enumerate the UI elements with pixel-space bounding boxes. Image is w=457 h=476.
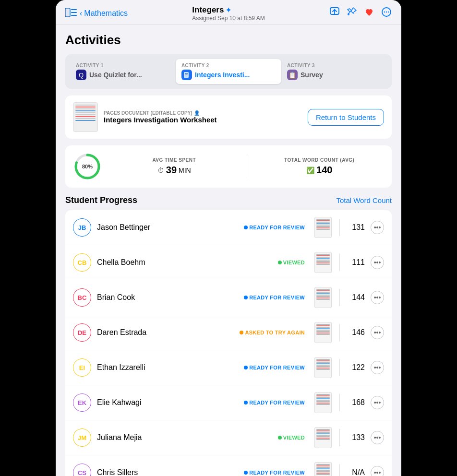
status-text: READY FOR REVIEW — [249, 225, 305, 230]
doc-preview — [314, 357, 332, 378]
more-icon[interactable] — [381, 7, 392, 20]
status-text: VIEWED — [283, 435, 305, 440]
student-list: JB Jason Bettinger READY FOR REVIEW 131 … — [65, 210, 392, 476]
stats-divider — [247, 155, 247, 178]
status-dot — [244, 401, 248, 405]
student-name: Jason Bettinger — [97, 223, 238, 232]
progress-circle: 80% — [73, 152, 102, 181]
status-dot — [278, 261, 282, 264]
avatar: DE — [73, 323, 91, 342]
activity-name-2: Integers Investi... — [195, 71, 250, 79]
svg-rect-1 — [71, 9, 77, 10]
status-badge: READY FOR REVIEW — [244, 225, 305, 230]
doc-preview — [314, 217, 332, 238]
status-badge: VIEWED — [278, 260, 305, 265]
word-count-value: 140 — [316, 165, 332, 176]
svg-point-7 — [384, 12, 385, 12]
header-center: Integers ✦ Assigned Sep 10 at 8:59 AM — [192, 5, 265, 22]
avatar: CB — [73, 253, 91, 272]
status-dot — [244, 296, 248, 299]
student-name: Chris Sillers — [97, 468, 238, 476]
activity-tab-3[interactable]: ACTIVITY 3 📋 Survey — [281, 59, 387, 84]
status-dot — [278, 436, 282, 440]
word-count: 168 — [348, 398, 365, 407]
row-divider — [339, 359, 340, 376]
svg-point-8 — [386, 12, 387, 12]
more-options-button[interactable]: ••• — [371, 256, 384, 269]
header-title: Integers ✦ — [192, 5, 265, 15]
more-options-button[interactable]: ••• — [371, 326, 384, 339]
student-row: CB Chella Boehm VIEWED 111 ••• — [65, 245, 392, 280]
row-divider — [339, 324, 340, 341]
clock-icon: ⏱ — [157, 167, 164, 174]
word-count: N/A — [348, 468, 365, 476]
student-name: Brian Cook — [97, 293, 238, 302]
activity-tab-2[interactable]: ACTIVITY 2 Integers Investi... — [176, 59, 281, 84]
avatar: JM — [73, 428, 91, 447]
pages-icon — [181, 70, 192, 80]
sidebar-toggle-icon[interactable] — [65, 8, 77, 18]
status-text: READY FOR REVIEW — [249, 470, 305, 476]
activities-container: ACTIVITY 1 Q Use Quizlet for... ACTIVITY… — [65, 54, 392, 89]
svg-rect-11 — [185, 73, 188, 74]
student-row: EK Elie Kahwagi READY FOR REVIEW 168 ••• — [65, 385, 392, 420]
svg-rect-13 — [185, 76, 187, 76]
status-text: READY FOR REVIEW — [249, 365, 305, 370]
total-word-count-link[interactable]: Total Word Count — [336, 196, 392, 204]
avg-time-stat: AVG TIME SPENT ⏱ 39 MIN — [109, 157, 239, 176]
return-to-students-button[interactable]: Return to Students — [308, 109, 384, 126]
back-label: Mathematics — [84, 9, 128, 18]
person-icon: 👤 — [194, 110, 200, 116]
student-name: Ethan Izzarelli — [97, 363, 238, 372]
more-options-button[interactable]: ••• — [371, 221, 384, 234]
progress-label: 80% — [82, 164, 93, 169]
stats-section: 80% AVG TIME SPENT ⏱ 39 MIN TOTAL WORD C… — [65, 145, 392, 188]
header-actions — [329, 7, 392, 20]
back-chevron-icon: ‹ — [80, 9, 82, 18]
document-type: PAGES DOCUMENT (EDITABLE COPY) 👤 — [104, 110, 217, 116]
title-sparkle-icon: ✦ — [226, 6, 231, 14]
more-options-button[interactable]: ••• — [371, 466, 384, 476]
status-text: READY FOR REVIEW — [249, 400, 305, 405]
status-dot — [244, 226, 248, 229]
pin-icon[interactable] — [347, 7, 357, 20]
quizlet-icon: Q — [76, 70, 86, 80]
share-icon[interactable] — [329, 7, 340, 20]
status-badge: VIEWED — [278, 435, 305, 440]
status-text: VIEWED — [283, 260, 305, 265]
avatar: JB — [73, 218, 91, 237]
header-left: ‹ Mathematics — [65, 8, 128, 18]
avatar: EK — [73, 393, 91, 412]
doc-preview — [314, 462, 332, 476]
student-row: DE Daren Estrada ASKED TO TRY AGAIN 146 … — [65, 315, 392, 350]
more-options-button[interactable]: ••• — [371, 396, 384, 409]
more-options-button[interactable]: ••• — [371, 431, 384, 444]
avg-time-label: AVG TIME SPENT — [109, 157, 239, 163]
header-subtitle: Assigned Sep 10 at 8:59 AM — [192, 15, 265, 22]
avatar: EI — [73, 358, 91, 377]
activity-tab-1[interactable]: ACTIVITY 1 Q Use Quizlet for... — [70, 59, 176, 84]
activity-label-1: ACTIVITY 1 — [76, 63, 170, 68]
heart-icon[interactable] — [364, 7, 374, 20]
status-badge: READY FOR REVIEW — [244, 365, 305, 370]
more-options-button[interactable]: ••• — [371, 361, 384, 374]
page-title: Activities — [65, 33, 392, 48]
status-text: READY FOR REVIEW — [249, 295, 305, 300]
more-options-button[interactable]: ••• — [371, 291, 384, 304]
back-button[interactable]: ‹ Mathematics — [80, 9, 128, 18]
doc-preview — [314, 322, 332, 343]
student-row: JM Juliana Mejia VIEWED 133 ••• — [65, 420, 392, 455]
svg-rect-2 — [71, 12, 77, 13]
status-dot — [244, 366, 248, 369]
avg-time-value: 39 — [166, 165, 177, 176]
student-row: BC Brian Cook READY FOR REVIEW 144 ••• — [65, 280, 392, 315]
word-count: 144 — [348, 293, 365, 302]
status-badge: READY FOR REVIEW — [244, 400, 305, 405]
student-name: Chella Boehm — [97, 258, 272, 267]
svg-point-9 — [388, 12, 389, 12]
status-badge: ASKED TO TRY AGAIN — [240, 330, 305, 335]
section-header: Student Progress Total Word Count — [65, 195, 392, 205]
activity-name-3: Survey — [301, 71, 323, 79]
row-divider — [339, 464, 340, 476]
row-divider — [339, 289, 340, 306]
